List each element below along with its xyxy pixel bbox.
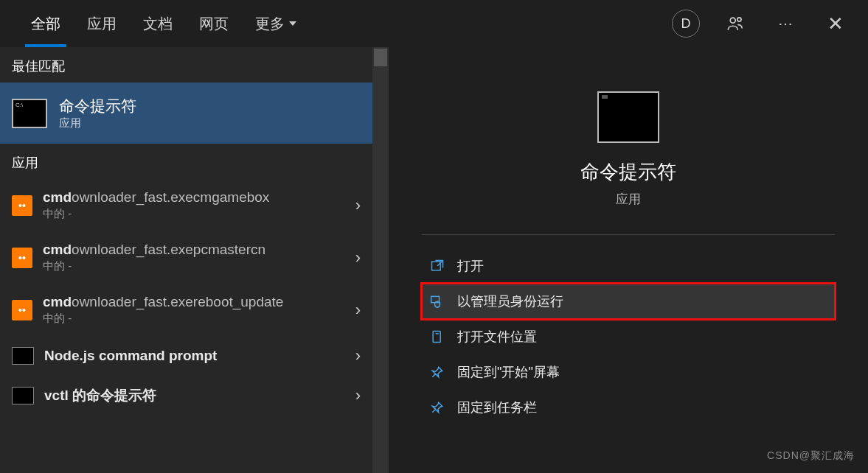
top-bar: 全部 应用 文档 网页 更多 D ⋯ ✕ [0,0,868,47]
close-icon[interactable]: ✕ [821,9,850,38]
list-item[interactable]: ••cmdownloader_fast.exepcmastercn中的 -› [0,231,372,284]
svg-point-1 [737,18,741,21]
svg-rect-2 [432,262,441,270]
more-options-icon[interactable]: ⋯ [771,9,800,38]
filter-tabs: 全部 应用 文档 网页 更多 [18,0,310,47]
chevron-right-icon: › [355,248,361,267]
watermark: CSDN@聚汇成海 [767,449,855,463]
pin-icon [429,364,445,380]
tab-apps[interactable]: 应用 [74,0,130,47]
action-pin[interactable]: 固定到任务栏 [422,390,835,425]
app-icon: •• [12,195,32,216]
list-item-label: vctl 的命令提示符 [44,386,345,405]
action-folder[interactable]: 打开文件位置 [422,319,835,354]
open-icon [429,258,445,274]
apps-header: 应用 [0,144,372,179]
results-panel: 最佳匹配 命令提示符 应用 应用 ••cmdownloader_fast.exe… [0,47,372,473]
tab-more[interactable]: 更多 [242,0,310,47]
list-item-label: cmdownloader_fast.exepcmastercn中的 - [43,242,345,273]
tab-more-label: 更多 [255,14,285,34]
preview-title: 命令提示符 [580,159,676,185]
chevron-right-icon: › [355,386,361,405]
action-label: 固定到任务栏 [457,399,537,416]
action-admin[interactable]: 以管理员身份运行 [422,284,835,319]
chevron-right-icon: › [355,196,361,215]
list-item[interactable]: ••cmdownloader_fast.exereboot_update中的 -… [0,284,372,336]
folder-icon [429,329,445,345]
svg-point-0 [730,18,735,23]
people-icon[interactable] [721,9,750,38]
admin-icon [429,293,445,309]
list-item-label: Node.js command prompt [44,348,345,364]
top-right-controls: D ⋯ ✕ [672,9,850,38]
best-match-subtitle: 应用 [59,116,136,130]
chevron-right-icon: › [355,301,361,320]
svg-rect-4 [433,332,440,343]
tab-docs[interactable]: 文档 [130,0,186,47]
cmd-icon [12,99,47,128]
app-icon: •• [12,248,32,268]
best-match-header: 最佳匹配 [0,47,372,83]
list-item[interactable]: vctl 的命令提示符› [0,376,372,416]
user-avatar[interactable]: D [672,10,700,38]
action-list: 打开以管理员身份运行打开文件位置固定到"开始"屏幕固定到任务栏 [422,248,835,425]
chevron-down-icon [289,21,296,26]
action-label: 以管理员身份运行 [457,292,563,310]
action-label: 打开文件位置 [457,328,537,346]
cmd-icon [12,387,34,404]
scrollbar[interactable] [372,47,389,473]
preview-subtitle: 应用 [616,191,641,208]
result-list: ••cmdownloader_fast.execmgamebox中的 -›••c… [0,179,372,473]
preview-app-icon [597,91,659,143]
best-match-item[interactable]: 命令提示符 应用 [0,83,372,144]
app-icon: •• [12,300,32,320]
tab-web[interactable]: 网页 [186,0,242,47]
action-open[interactable]: 打开 [422,248,835,284]
action-label: 固定到"开始"屏幕 [457,363,560,381]
scrollbar-thumb[interactable] [374,49,387,66]
preview-panel: 命令提示符 应用 打开以管理员身份运行打开文件位置固定到"开始"屏幕固定到任务栏 [389,47,868,473]
cmd-icon [12,347,34,365]
list-item[interactable]: Node.js command prompt› [0,336,372,376]
chevron-right-icon: › [355,346,361,365]
action-pin[interactable]: 固定到"开始"屏幕 [422,354,835,390]
best-match-title: 命令提示符 [59,96,136,116]
action-label: 打开 [457,257,484,275]
list-item-label: cmdownloader_fast.exereboot_update中的 - [43,294,345,326]
list-item[interactable]: ••cmdownloader_fast.execmgamebox中的 -› [0,179,372,231]
list-item-label: cmdownloader_fast.execmgamebox中的 - [43,189,345,221]
pin-icon [429,399,445,416]
tab-all[interactable]: 全部 [18,0,74,47]
divider [422,234,835,235]
